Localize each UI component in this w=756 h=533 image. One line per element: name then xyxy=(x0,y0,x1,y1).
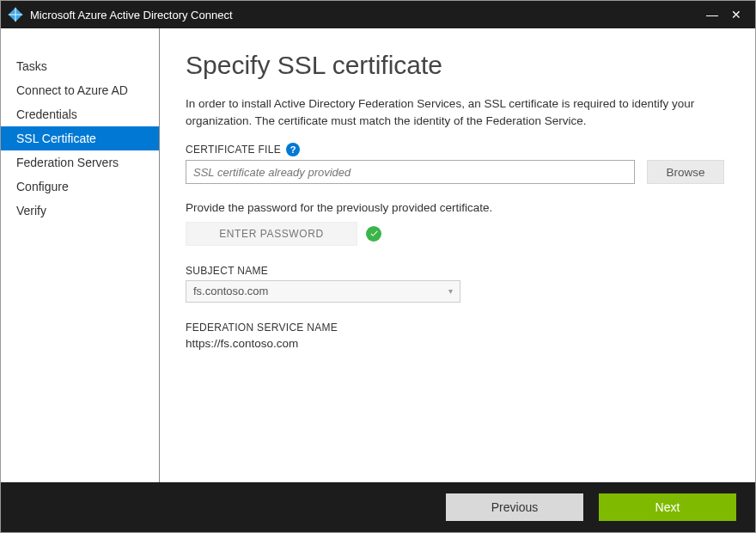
password-input[interactable] xyxy=(186,222,357,246)
page-description: In order to install Active Directory Fed… xyxy=(186,95,724,129)
page-title: Specify SSL certificate xyxy=(186,51,724,80)
federation-service-name-value: https://fs.contoso.com xyxy=(186,337,724,350)
footer: Previous Next xyxy=(1,482,755,532)
app-logo-icon xyxy=(8,7,23,22)
sidebar-item-tasks[interactable]: Tasks xyxy=(1,54,159,78)
minimize-button[interactable]: — xyxy=(700,8,724,21)
help-icon[interactable]: ? xyxy=(286,143,300,156)
close-button[interactable]: ✕ xyxy=(724,8,748,21)
check-icon xyxy=(366,226,381,242)
password-prompt: Provide the password for the previously … xyxy=(186,199,724,217)
window-frame: Microsoft Azure Active Directory Connect… xyxy=(0,0,756,533)
certificate-file-input[interactable] xyxy=(186,160,635,184)
chevron-down-icon: ▾ xyxy=(448,286,453,296)
sidebar-item-configure[interactable]: Configure xyxy=(1,175,159,199)
sidebar-item-ssl-certificate[interactable]: SSL Certificate xyxy=(1,126,159,150)
browse-button[interactable]: Browse xyxy=(647,160,724,184)
sidebar: Tasks Connect to Azure AD Credentials SS… xyxy=(1,28,160,482)
next-button[interactable]: Next xyxy=(599,493,736,521)
title-bar: Microsoft Azure Active Directory Connect… xyxy=(1,1,755,28)
subject-name-label: SUBJECT NAME xyxy=(186,265,724,277)
sidebar-item-verify[interactable]: Verify xyxy=(1,199,159,223)
previous-button[interactable]: Previous xyxy=(446,493,583,521)
sidebar-item-connect-azure-ad[interactable]: Connect to Azure AD xyxy=(1,78,159,102)
body: Tasks Connect to Azure AD Credentials SS… xyxy=(1,28,755,482)
subject-name-value: fs.contoso.com xyxy=(193,285,268,297)
certificate-file-label: CERTIFICATE FILE xyxy=(186,144,281,156)
subject-name-select[interactable]: fs.contoso.com ▾ xyxy=(186,280,460,303)
main-panel: Specify SSL certificate In order to inst… xyxy=(160,28,755,482)
window-title: Microsoft Azure Active Directory Connect xyxy=(30,9,700,21)
sidebar-item-credentials[interactable]: Credentials xyxy=(1,102,159,126)
sidebar-item-federation-servers[interactable]: Federation Servers xyxy=(1,150,159,175)
federation-service-name-label: FEDERATION SERVICE NAME xyxy=(186,322,724,334)
